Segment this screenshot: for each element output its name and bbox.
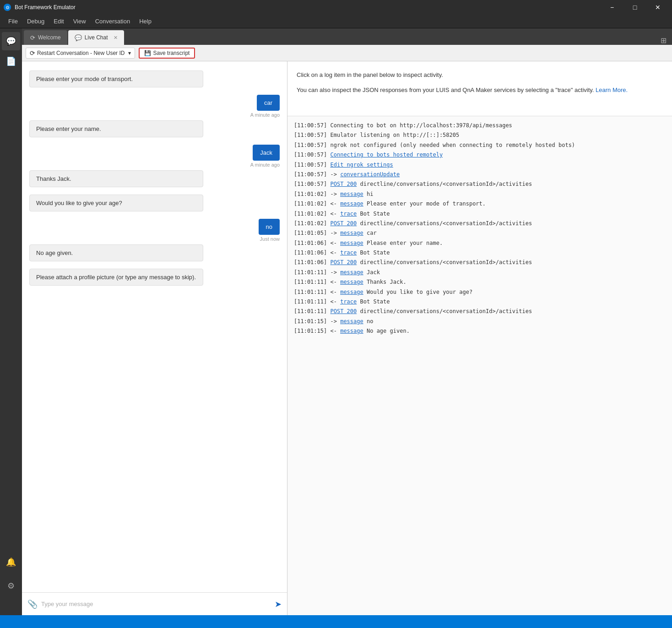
app-title: Bot Framework Emulator	[15, 4, 602, 11]
log-link[interactable]: trace	[340, 298, 357, 305]
list-item: [11:01:11] -> message Jack	[294, 268, 666, 277]
split-view-button[interactable]: ⊞	[657, 36, 670, 45]
inspector-description2: You can also inspect the JSON responses …	[297, 86, 663, 95]
save-icon: 💾	[144, 50, 151, 56]
restart-conversation-button[interactable]: ⟳ Restart Conversation - New User ID ▾	[26, 48, 135, 59]
log-link[interactable]: message	[340, 200, 363, 207]
list-item: car A minute ago	[29, 95, 280, 118]
user-message: car	[257, 95, 280, 111]
restart-label: Restart Conversation - New User ID	[37, 50, 125, 56]
main-area: ⟳ Welcome 💬 Live Chat ✕ ⊞ ⟳ Restart Conv…	[22, 28, 672, 615]
log-link[interactable]: POST 200	[330, 308, 357, 314]
minimize-button[interactable]: −	[602, 0, 623, 15]
message-timestamp: A minute ago	[250, 112, 280, 118]
tab-welcome-label: Welcome	[38, 34, 61, 41]
log-link[interactable]: message	[340, 230, 363, 236]
log-link[interactable]: message	[340, 328, 363, 334]
log-link[interactable]: trace	[340, 211, 357, 217]
restart-icon: ⟳	[30, 49, 35, 57]
sidebar-item-document[interactable]: 📄	[2, 52, 20, 70]
list-item: [11:01:06] POST 200 directline/conversat…	[294, 258, 666, 267]
list-item: [11:01:11] <- message Would you like to …	[294, 287, 666, 297]
live-chat-icon: 💬	[75, 34, 82, 41]
status-bar	[0, 615, 672, 628]
tab-bar: ⟳ Welcome 💬 Live Chat ✕ ⊞	[22, 28, 672, 45]
list-item: [11:01:02] <- message Please enter your …	[294, 199, 666, 208]
learn-more-link[interactable]: Learn More.	[596, 87, 628, 93]
send-button[interactable]: ➤	[275, 599, 282, 609]
list-item: no Just now	[29, 219, 280, 242]
maximize-button[interactable]: □	[624, 0, 645, 15]
list-item: [11:01:02] -> message hi	[294, 189, 666, 199]
save-transcript-button[interactable]: 💾 Save transcript	[139, 48, 195, 59]
list-item: Please enter your mode of transport.	[29, 70, 203, 87]
list-item: [11:01:11] <- message Thanks Jack.	[294, 277, 666, 287]
list-item: [11:00:57] Connecting to bots hosted rem…	[294, 150, 666, 159]
chat-messages[interactable]: Please enter your mode of transport. car…	[22, 61, 287, 592]
menu-edit[interactable]: Edit	[49, 16, 68, 27]
list-item: Please attach a profile picture (or type…	[29, 269, 203, 286]
log-link[interactable]: message	[340, 269, 363, 276]
inspector-panel: Click on a log item in the panel below t…	[287, 61, 672, 615]
list-item: [11:00:57] -> conversationUpdate	[294, 170, 666, 179]
list-item: [11:01:02] POST 200 directline/conversat…	[294, 219, 666, 228]
log-link[interactable]: message	[340, 289, 363, 295]
log-link[interactable]: POST 200	[330, 259, 357, 265]
chat-panel: Please enter your mode of transport. car…	[22, 61, 287, 615]
menu-view[interactable]: View	[69, 16, 91, 27]
list-item: [11:00:57] ngrok not configured (only ne…	[294, 141, 666, 150]
list-item: [11:00:57] Emulator listening on http://…	[294, 130, 666, 140]
attach-icon[interactable]: 📎	[27, 599, 38, 609]
list-item: [11:00:57] Connecting to bot on http://l…	[294, 121, 666, 130]
log-link[interactable]: message	[340, 279, 363, 285]
window-controls: − □ ✕	[602, 0, 668, 15]
list-item: [11:01:15] -> message no	[294, 317, 666, 326]
menu-file[interactable]: File	[4, 16, 22, 27]
list-item: [11:01:11] POST 200 directline/conversat…	[294, 307, 666, 316]
panels: Please enter your mode of transport. car…	[22, 61, 672, 615]
list-item: [11:01:11] <- trace Bot State	[294, 297, 666, 306]
list-item: [11:00:57] POST 200 directline/conversat…	[294, 179, 666, 189]
inspector-description: Click on a log item in the panel below t…	[297, 70, 663, 80]
tab-welcome[interactable]: ⟳ Welcome	[24, 30, 67, 45]
sidebar: 💬 📄 🔔 ⚙	[0, 28, 22, 615]
log-link[interactable]: message	[340, 318, 363, 325]
list-item: Jack A minute ago	[29, 145, 280, 168]
list-item: [11:01:06] <- trace Bot State	[294, 248, 666, 257]
log-link[interactable]: Edit ngrok settings	[330, 162, 393, 168]
menu-help[interactable]: Help	[135, 16, 156, 27]
sidebar-bottom: 🔔 ⚙	[0, 553, 22, 601]
restart-dropdown-icon: ▾	[128, 50, 131, 56]
chat-input[interactable]	[41, 601, 275, 607]
tab-live-chat-label: Live Chat	[85, 34, 108, 41]
log-link[interactable]: POST 200	[330, 220, 357, 227]
log-link[interactable]: message	[340, 191, 363, 197]
list-item: [11:01:02] <- trace Bot State	[294, 209, 666, 218]
close-button[interactable]: ✕	[647, 0, 668, 15]
menu-conversation[interactable]: Conversation	[91, 16, 135, 27]
title-bar: ⚙ Bot Framework Emulator − □ ✕	[0, 0, 672, 15]
menu-bar: File Debug Edit View Conversation Help	[0, 15, 672, 28]
list-item: [11:00:57] Edit ngrok settings	[294, 160, 666, 169]
list-item: Please enter your name.	[29, 120, 203, 137]
close-tab-live-chat[interactable]: ✕	[114, 35, 118, 41]
log-link[interactable]: Connecting to bots hosted remotely	[330, 152, 443, 158]
list-item: No age given.	[29, 244, 203, 261]
menu-debug[interactable]: Debug	[22, 16, 49, 27]
log-link[interactable]: conversationUpdate	[340, 171, 400, 178]
welcome-icon: ⟳	[30, 34, 35, 41]
sidebar-item-notifications[interactable]: 🔔	[2, 553, 20, 571]
sidebar-item-chat[interactable]: 💬	[2, 32, 20, 50]
log-panel[interactable]: [11:00:57] Connecting to bot on http://l…	[287, 116, 672, 615]
tab-live-chat[interactable]: 💬 Live Chat ✕	[68, 30, 124, 45]
user-message: Jack	[253, 145, 280, 161]
log-link[interactable]: POST 200	[330, 181, 357, 187]
log-link[interactable]: trace	[340, 249, 357, 256]
sidebar-item-settings[interactable]: ⚙	[2, 577, 20, 595]
message-timestamp: A minute ago	[250, 162, 280, 168]
message-timestamp: Just now	[260, 236, 280, 242]
log-link[interactable]: message	[340, 240, 363, 246]
list-item: [11:01:05] -> message car	[294, 228, 666, 238]
save-transcript-label: Save transcript	[153, 50, 190, 56]
user-message: no	[259, 219, 280, 235]
